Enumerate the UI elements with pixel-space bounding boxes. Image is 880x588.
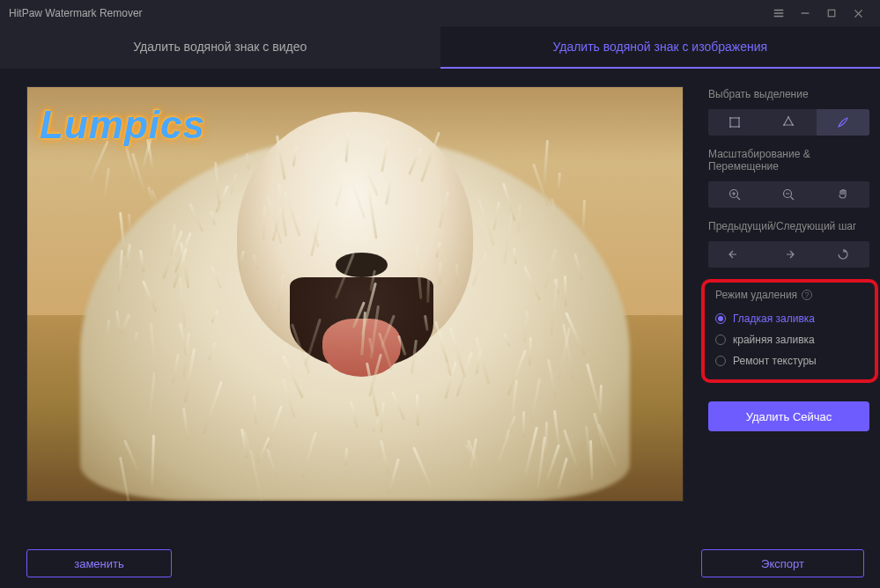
radio-icon <box>715 313 726 324</box>
redo-icon[interactable] <box>762 241 815 268</box>
selection-tools <box>708 109 869 136</box>
removal-mode-section: Режим удаления ? Гладкая заливка крайняя… <box>708 282 869 380</box>
reset-icon[interactable] <box>817 241 869 268</box>
svg-point-7 <box>783 124 785 126</box>
close-icon[interactable] <box>845 0 871 26</box>
footer: заменить Экспорт <box>0 544 880 583</box>
selection-label: Выбрать выделение <box>708 88 869 100</box>
zoom-in-icon[interactable] <box>708 181 761 208</box>
watermark-text: Lumpics <box>40 103 205 147</box>
app-title: HitPaw Watermark Remover <box>9 7 765 19</box>
menu-icon[interactable] <box>765 0 792 26</box>
zoom-label: Масштабирование & Перемещение <box>708 148 869 173</box>
tab-image[interactable]: Удалить водяной знак с изображения <box>440 26 881 69</box>
svg-point-5 <box>738 126 740 128</box>
mode-option-edge[interactable]: крайняя заливка <box>715 329 862 350</box>
mode-option-label: Ремонт текстуры <box>733 355 817 367</box>
mode-title: Режим удаления ? <box>715 289 862 301</box>
svg-point-2 <box>729 117 731 119</box>
history-tools <box>708 241 869 268</box>
zoom-out-icon[interactable] <box>762 181 815 208</box>
image-canvas[interactable]: Lumpics <box>26 86 684 502</box>
history-label: Предыдущий/Следующий шаг <box>708 220 869 232</box>
titlebar: HitPaw Watermark Remover <box>0 0 880 26</box>
replace-button[interactable]: заменить <box>26 549 172 577</box>
tab-video[interactable]: Удалить водяной знак с видео <box>0 26 440 69</box>
zoom-tools <box>708 181 869 208</box>
svg-rect-0 <box>828 10 835 17</box>
undo-icon[interactable] <box>708 241 761 268</box>
pan-hand-icon[interactable] <box>817 181 869 208</box>
mode-option-texture[interactable]: Ремонт текстуры <box>715 350 862 371</box>
radio-icon <box>715 334 726 345</box>
mode-option-smooth[interactable]: Гладкая заливка <box>715 308 862 329</box>
sidebar: Выбрать выделение Масштабирование & Пере… <box>699 69 880 544</box>
help-icon[interactable]: ? <box>802 290 812 300</box>
brush-select-icon[interactable] <box>817 109 869 136</box>
mode-option-label: Гладкая заливка <box>733 312 815 325</box>
main-tabs: Удалить водяной знак с видео Удалить вод… <box>0 26 880 69</box>
svg-rect-1 <box>730 118 739 127</box>
mode-title-text: Режим удаления <box>715 289 797 301</box>
mode-option-label: крайняя заливка <box>733 334 815 346</box>
minimize-icon[interactable] <box>792 0 818 26</box>
export-button[interactable]: Экспорт <box>701 549 864 577</box>
svg-point-3 <box>738 117 740 119</box>
lasso-select-icon[interactable] <box>762 109 815 136</box>
radio-icon <box>715 356 726 366</box>
maximize-icon[interactable] <box>818 0 845 26</box>
remove-now-button[interactable]: Удалить Сейчас <box>708 401 869 431</box>
svg-point-8 <box>792 124 794 126</box>
canvas-area: Lumpics <box>0 69 699 544</box>
loaded-image <box>27 87 683 501</box>
svg-point-6 <box>788 116 789 118</box>
rect-select-icon[interactable] <box>708 109 761 136</box>
svg-point-4 <box>729 126 731 128</box>
